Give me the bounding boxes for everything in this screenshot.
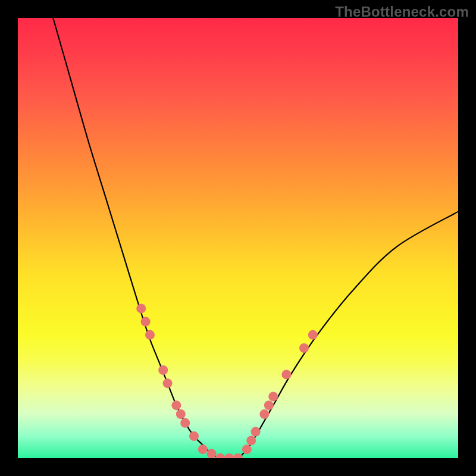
chart-container: TheBottleneck.com — [0, 0, 476, 476]
scatter-dot — [180, 418, 190, 428]
scatter-dot — [215, 453, 225, 458]
bottleneck-curve — [53, 18, 458, 458]
scatter-dot — [281, 369, 291, 379]
scatter-dot — [145, 330, 155, 340]
scatter-dot — [246, 436, 256, 445]
scatter-dot — [189, 431, 199, 441]
scatter-dot — [158, 365, 168, 375]
scatter-dot — [251, 427, 261, 437]
scatter-dot — [268, 392, 278, 401]
scatter-dot — [176, 409, 186, 419]
plot-area — [18, 18, 458, 458]
scatter-dots — [136, 303, 318, 458]
scatter-dot — [207, 449, 217, 458]
scatter-dot — [163, 378, 173, 388]
scatter-dot — [242, 444, 252, 454]
scatter-dot — [308, 330, 318, 340]
scatter-dot — [264, 400, 274, 410]
curve-svg — [18, 18, 458, 458]
scatter-dot — [259, 409, 269, 419]
scatter-dot — [141, 317, 151, 327]
scatter-dot — [233, 453, 243, 458]
scatter-dot — [136, 303, 146, 313]
scatter-dot — [198, 444, 208, 454]
scatter-dot — [299, 343, 309, 353]
scatter-dot — [171, 400, 181, 410]
scatter-dot — [224, 453, 234, 458]
